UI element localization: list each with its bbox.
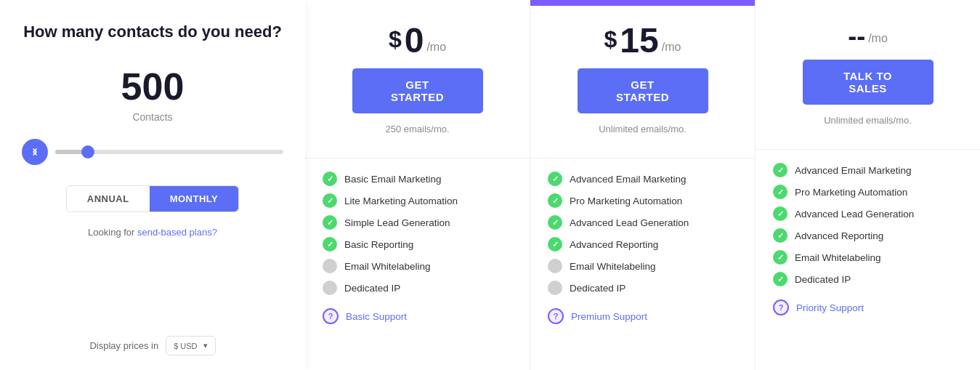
plan-features-list: Basic Email MarketingLite Marketing Auto… [305,158,530,370]
check-icon [773,228,787,243]
plan-price-per: /mo [426,41,446,54]
feature-item: Advanced Email Marketing [548,172,737,186]
feature-item: Lite Marketing Automation [323,193,512,208]
check-icon [323,215,337,230]
plan-accent-bar [756,0,980,6]
check-icon [323,172,337,186]
feature-label: Basic Email Marketing [344,174,442,185]
feature-item: Email Whitelabeling [323,259,512,273]
feature-label: Simple Lead Generation [344,217,450,228]
feature-item: Dedicated IP [548,281,737,295]
support-label: Basic Support [346,311,407,322]
disabled-circle-icon [548,259,562,273]
feature-label: Advanced Email Marketing [795,165,912,176]
plan-price: $15/mo [604,23,681,58]
slider-container [22,139,283,165]
plan-price-per: /mo [868,32,888,45]
support-item: Priority Support [773,297,963,315]
left-panel: How many contacts do you need? 500 Conta… [0,0,305,370]
plan-price-dash: -- [848,23,865,49]
plan-price-symbol: $ [389,28,402,51]
check-icon [773,272,787,286]
contacts-slider[interactable] [55,150,283,154]
feature-item: Basic Email Marketing [323,172,512,186]
feature-item: Basic Reporting [323,237,512,252]
plan-top: $0/moGET STARTED250 emails/mo. [305,6,530,158]
support-item: Premium Support [548,305,737,324]
plan-emails: Unlimited emails/mo. [824,115,912,126]
plan-cta-button-plus[interactable]: TALK TO SALES [803,60,934,105]
plan-emails: Unlimited emails/mo. [599,124,687,134]
feature-item: Pro Marketing Automation [773,185,963,199]
feature-label: Dedicated IP [795,274,851,285]
feature-label: Advanced Reporting [795,230,883,241]
plan-col-lite: $15/moGET STARTEDUnlimited emails/mo.Adv… [530,0,756,370]
monthly-billing-button[interactable]: MONTHLY [150,186,239,212]
plan-features-list: Advanced Email MarketingPro Marketing Au… [530,158,755,370]
support-item: Basic Support [323,305,512,324]
check-icon [548,215,562,230]
feature-label: Basic Reporting [344,239,413,250]
feature-label: Advanced Lead Generation [570,217,689,228]
plan-accent-bar [305,0,530,6]
support-icon [548,308,564,324]
feature-label: Dedicated IP [344,283,400,294]
check-icon [773,250,787,265]
feature-label: Advanced Reporting [570,239,658,250]
plan-col-plus: --/moTALK TO SALESUnlimited emails/mo.Ad… [756,0,980,370]
check-icon [323,237,337,252]
support-icon [773,299,789,315]
send-based-text: Looking for send-based plans? [88,227,217,238]
disabled-circle-icon [323,259,337,273]
feature-item: Advanced Reporting [773,228,963,243]
contacts-label: Contacts [132,111,172,123]
feature-item: Email Whitelabeling [773,250,963,265]
feature-label: Email Whitelabeling [570,261,656,272]
billing-toggle: ANNUAL MONTHLY [66,185,239,212]
plan-col-free: $0/moGET STARTED250 emails/mo.Basic Emai… [305,0,530,370]
check-icon [323,193,337,208]
plan-features-list: Advanced Email MarketingPro Marketing Au… [756,150,980,370]
feature-item: Advanced Email Marketing [773,163,963,177]
feature-label: Email Whitelabeling [795,252,881,263]
plan-price-symbol: $ [604,28,617,51]
plan-price-amount: 0 [405,23,424,58]
support-icon [323,308,339,324]
disabled-circle-icon [548,281,562,295]
pricing-area: $0/moGET STARTED250 emails/mo.Basic Emai… [305,0,980,370]
feature-item: Advanced Lead Generation [548,215,737,230]
chevron-down-icon: ▾ [203,341,208,350]
check-icon [548,193,562,208]
support-label: Premium Support [571,311,647,322]
feature-label: Pro Marketing Automation [795,187,907,198]
plan-price: $0/mo [389,23,446,58]
question-title: How many contacts do you need? [23,22,282,43]
contacts-value: 500 [121,65,185,108]
check-icon [548,237,562,252]
display-prices-row: Display prices in $ USD ▾ [89,336,215,355]
plan-emails: 250 emails/mo. [385,124,449,134]
plan-cta-button-lite[interactable]: GET STARTED [578,68,708,113]
plan-price-per: /mo [662,41,681,54]
disabled-circle-icon [323,281,337,295]
plan-cta-button-free[interactable]: GET STARTED [352,68,483,113]
plan-top: $15/moGET STARTEDUnlimited emails/mo. [530,6,755,158]
support-label: Priority Support [796,302,864,313]
feature-label: Email Whitelabeling [344,261,431,272]
plan-price-amount: 15 [620,23,658,58]
slider-prev-button[interactable] [22,139,48,165]
plan-price: --/mo [848,23,888,49]
send-based-link[interactable]: send-based plans? [137,227,217,238]
check-icon [773,163,787,177]
feature-item: Email Whitelabeling [548,259,737,273]
display-prices-label: Display prices in [89,340,158,351]
feature-item: Dedicated IP [323,281,512,295]
feature-item: Advanced Lead Generation [773,206,963,221]
currency-selector[interactable]: $ USD ▾ [166,336,215,355]
feature-item: Dedicated IP [773,272,963,286]
feature-label: Advanced Lead Generation [795,209,914,220]
feature-item: Pro Marketing Automation [548,193,737,208]
feature-item: Simple Lead Generation [323,215,512,230]
feature-label: Advanced Email Marketing [570,174,687,185]
annual-billing-button[interactable]: ANNUAL [67,186,150,212]
